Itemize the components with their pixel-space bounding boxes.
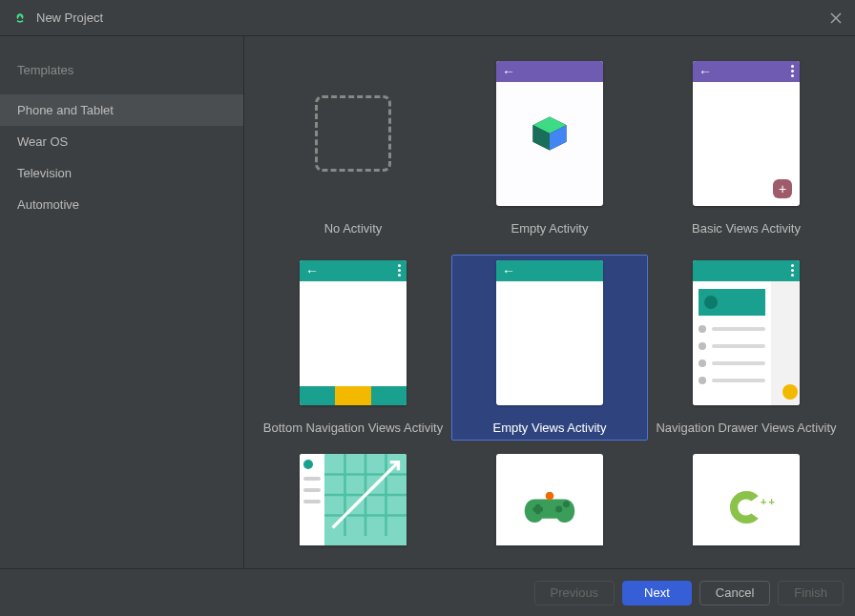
template-game-activity[interactable]	[496, 454, 603, 545]
bottom-navigation-bar	[300, 386, 407, 405]
previous-button: Previous	[534, 581, 615, 606]
template-bottom-navigation-views-activity[interactable]: ← Bottom Navigation Views Activity	[255, 255, 451, 441]
cpp-icon: + +	[716, 486, 777, 527]
overflow-menu-icon	[791, 65, 794, 77]
template-label: Empty Activity	[511, 221, 589, 236]
window-title: New Project	[36, 10, 103, 25]
template-empty-activity[interactable]: ← Empty Activity	[451, 55, 648, 241]
fab-add-icon: +	[773, 179, 792, 198]
wizard-footer: Previous Next Cancel Finish	[0, 568, 855, 616]
appbar: ←	[300, 260, 407, 281]
appbar: ←	[496, 61, 603, 82]
template-label: No Activity	[324, 221, 383, 236]
template-label: Navigation Drawer Views Activity	[656, 421, 836, 435]
back-arrow-icon: ←	[502, 264, 515, 277]
back-arrow-icon: ←	[699, 65, 712, 78]
svg-text:+: +	[761, 496, 766, 507]
sidebar-item-automotive[interactable]: Automotive	[0, 189, 243, 220]
template-navigation-drawer-views-activity[interactable]: Navigation Drawer Views Activity	[648, 255, 845, 441]
game-controller-icon	[523, 492, 576, 526]
back-arrow-icon: ←	[502, 65, 515, 78]
fab-icon	[782, 384, 798, 400]
finish-button: Finish	[778, 581, 844, 606]
appbar: ←	[693, 61, 800, 82]
no-activity-placeholder-icon	[315, 95, 391, 172]
back-arrow-icon: ←	[305, 264, 319, 277]
sidebar: Templates Phone and Tablet Wear OS Telev…	[0, 36, 244, 568]
sidebar-heading: Templates	[0, 55, 243, 94]
template-gallery: No Activity ← Empty Activity	[244, 36, 855, 568]
template-label: Bottom Navigation Views Activity	[263, 421, 443, 435]
overflow-menu-icon	[791, 264, 794, 277]
compose-logo-icon	[530, 113, 570, 154]
template-basic-views-activity[interactable]: ← + Basic Views Activity	[648, 55, 845, 241]
navigation-drawer	[693, 281, 771, 405]
svg-text:+: +	[768, 496, 774, 507]
sidebar-item-wear-os[interactable]: Wear OS	[0, 126, 243, 157]
sidebar-item-television[interactable]: Television	[0, 157, 243, 189]
overflow-menu-icon	[398, 264, 401, 277]
titlebar: New Project	[0, 0, 855, 36]
template-label: Basic Views Activity	[692, 221, 801, 236]
main-content: Templates Phone and Tablet Wear OS Telev…	[0, 36, 855, 568]
cancel-button[interactable]: Cancel	[699, 581, 770, 606]
template-native-cpp[interactable]: + +	[693, 454, 800, 545]
sidebar-item-phone-tablet[interactable]: Phone and Tablet	[0, 94, 243, 126]
close-icon[interactable]	[828, 10, 844, 26]
template-empty-views-activity[interactable]: ← Empty Views Activity	[451, 255, 648, 441]
svg-point-4	[555, 505, 562, 512]
template-label: Empty Views Activity	[493, 421, 607, 435]
template-no-activity[interactable]: No Activity	[255, 55, 451, 241]
appbar	[693, 260, 800, 281]
svg-point-8	[546, 492, 554, 500]
appbar: ←	[496, 260, 603, 281]
android-studio-icon	[13, 11, 27, 25]
template-row-partial: + +	[244, 454, 855, 545]
next-button[interactable]: Next	[622, 581, 692, 606]
svg-rect-7	[535, 503, 540, 514]
template-responsive-views-activity[interactable]	[300, 454, 407, 545]
svg-point-5	[563, 501, 570, 507]
avatar-icon	[704, 296, 718, 309]
